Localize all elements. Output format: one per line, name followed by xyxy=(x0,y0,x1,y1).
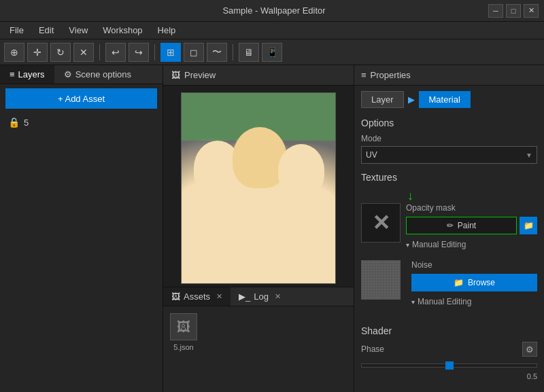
grid-tool-button[interactable]: ⊞ xyxy=(160,43,181,62)
center-panel: 🖼 Preview 🖼 Assets ✕ ▶_ Log xyxy=(163,65,354,392)
delete-tool-button[interactable]: ✕ xyxy=(73,43,94,62)
preview-tab[interactable]: 🖼 Preview xyxy=(163,65,354,86)
properties-title: Properties xyxy=(371,70,411,80)
close-assets-tab[interactable]: ✕ xyxy=(216,292,222,301)
opacity-manual-editing-button[interactable]: ▾ Manual Editing xyxy=(406,237,537,252)
folder-icon: 📁 xyxy=(524,221,534,230)
window-title: Sample - Wallpaper Editor xyxy=(60,5,488,16)
left-tabs: ≡ Layers ⚙ Scene options xyxy=(0,65,163,84)
noise-manual-editing-button[interactable]: ▾ Manual Editing xyxy=(411,294,537,309)
add-asset-button[interactable]: + Add Asset xyxy=(5,88,157,109)
rect-tool-button[interactable]: ◻ xyxy=(184,43,204,62)
assets-icon: 🖼 xyxy=(171,291,180,302)
menu-view[interactable]: View xyxy=(62,22,95,39)
paint-pencil-icon: ✏ xyxy=(447,221,454,230)
puppy-right xyxy=(278,144,324,196)
breadcrumb-arrow: ▶ xyxy=(408,94,415,105)
move-tool-button[interactable]: ⊕ xyxy=(4,43,24,62)
phase-label: Phase xyxy=(361,344,384,354)
opacity-controls: Opacity mask ✏ Paint 📁 ▾ Manual Editing xyxy=(406,203,537,252)
paint-row: ✏ Paint 📁 xyxy=(406,217,537,234)
toolbar: ⊕ ✛ ↻ ✕ ↩ ↪ ⊞ ◻ 〜 🖥 📱 xyxy=(0,39,544,65)
mode-value: UV xyxy=(366,150,377,160)
preview-canvas xyxy=(181,92,336,284)
shader-title: Shader xyxy=(361,325,537,336)
tab-log[interactable]: ▶_ Log ✕ xyxy=(231,287,289,306)
opacity-folder-button[interactable]: 📁 xyxy=(520,217,537,234)
maximize-button[interactable]: □ xyxy=(506,4,521,18)
phase-value: 0.5 xyxy=(361,372,537,380)
log-icon: ▶_ xyxy=(239,291,250,302)
phase-gear-button[interactable]: ⚙ xyxy=(522,342,537,357)
properties-header: ≡ Properties xyxy=(354,65,544,86)
scene-options-icon: ⚙ xyxy=(64,69,72,79)
assets-content: 🖼 5.json xyxy=(163,306,354,392)
separator-3 xyxy=(233,44,233,60)
layer-item[interactable]: 🔒 5 xyxy=(0,113,163,132)
browse-button[interactable]: 📁 Browse xyxy=(411,274,537,291)
undo-button[interactable]: ↩ xyxy=(105,43,126,62)
browse-folder-icon: 📁 xyxy=(454,278,464,287)
menu-help[interactable]: Help xyxy=(151,22,183,39)
close-button[interactable]: ✕ xyxy=(524,4,539,18)
assets-label: Assets xyxy=(184,291,210,302)
textures-section: Textures ↓ ✕ Opacity mask ✏ Paint xyxy=(354,168,544,321)
close-log-tab[interactable]: ✕ xyxy=(275,292,281,301)
phase-row: Phase ⚙ xyxy=(361,342,537,357)
screen-tool-button[interactable]: 🖥 xyxy=(239,43,259,62)
redo-button[interactable]: ↪ xyxy=(129,43,149,62)
separator-1 xyxy=(99,44,100,60)
properties-icon: ≡ xyxy=(361,70,367,80)
window-controls: ─ □ ✕ xyxy=(488,4,539,18)
texture-row-opacity: ✕ Opacity mask ✏ Paint 📁 ▾ xyxy=(361,203,537,252)
green-arrow-row: ↓ xyxy=(361,190,537,202)
noise-thumb xyxy=(361,260,401,300)
rotate-tool-button[interactable]: ↻ xyxy=(50,43,71,62)
noise-label: Noise xyxy=(411,260,537,270)
timeline-tool-button[interactable]: 〜 xyxy=(207,43,227,62)
noise-controls: Noise 📁 Browse ▾ Manual Editing xyxy=(411,260,537,309)
layer-name: 5 xyxy=(24,118,29,128)
right-panel: ≡ Properties Layer ▶ Material Options Mo… xyxy=(354,65,544,392)
mode-label: Mode xyxy=(361,134,537,143)
noise-manual-editing-arrow-icon: ▾ xyxy=(411,298,415,306)
mobile-tool-button[interactable]: 📱 xyxy=(262,43,282,62)
prop-tabs: Layer ▶ Material xyxy=(354,86,544,113)
preview-icon: 🖼 xyxy=(171,70,180,80)
dropdown-arrow-icon: ▼ xyxy=(526,152,532,159)
opacity-manual-editing-label: Manual Editing xyxy=(412,240,466,249)
title-bar: Sample - Wallpaper Editor ─ □ ✕ xyxy=(0,0,544,22)
asset-filename: 5.json xyxy=(173,343,193,351)
mode-dropdown[interactable]: UV ▼ xyxy=(361,146,537,164)
tab-layers[interactable]: ≡ Layers xyxy=(0,65,54,84)
lock-icon: 🔒 xyxy=(8,117,20,128)
scene-options-tab-label: Scene options xyxy=(75,69,131,79)
preview-container xyxy=(163,86,354,287)
paint-label: Paint xyxy=(458,221,476,230)
menu-edit[interactable]: Edit xyxy=(32,22,61,39)
asset-item[interactable]: 🖼 5.json xyxy=(170,313,197,351)
shader-section: Shader Phase ⚙ 0.5 xyxy=(354,321,544,385)
opacity-thumb: ✕ xyxy=(361,203,401,243)
noise-manual-editing-label: Manual Editing xyxy=(418,297,471,306)
left-panel: ≡ Layers ⚙ Scene options + Add Asset 🔒 5 xyxy=(0,65,163,392)
minimize-button[interactable]: ─ xyxy=(488,4,503,18)
textures-title: Textures xyxy=(361,172,537,183)
gear-icon: ⚙ xyxy=(526,344,534,355)
asset-icon: 🖼 xyxy=(170,313,197,340)
menu-file[interactable]: File xyxy=(3,22,31,39)
options-title: Options xyxy=(361,118,537,128)
paint-button[interactable]: ✏ Paint xyxy=(406,217,517,234)
bottom-tabs-panel: 🖼 Assets ✕ ▶_ Log ✕ 🖼 5.json xyxy=(163,287,354,392)
phase-slider[interactable] xyxy=(361,363,537,368)
position-tool-button[interactable]: ✛ xyxy=(27,43,48,62)
tab-assets[interactable]: 🖼 Assets ✕ xyxy=(163,287,231,306)
log-label: Log xyxy=(254,291,269,302)
options-section: Options Mode UV ▼ xyxy=(354,113,544,168)
menu-workshop[interactable]: Workshop xyxy=(96,22,149,39)
tab-scene-options[interactable]: ⚙ Scene options xyxy=(54,65,141,84)
preview-label: Preview xyxy=(184,70,216,80)
tab-layer[interactable]: Layer xyxy=(361,91,404,108)
opacity-label: Opacity mask xyxy=(406,203,537,213)
tab-material[interactable]: Material xyxy=(419,91,471,108)
